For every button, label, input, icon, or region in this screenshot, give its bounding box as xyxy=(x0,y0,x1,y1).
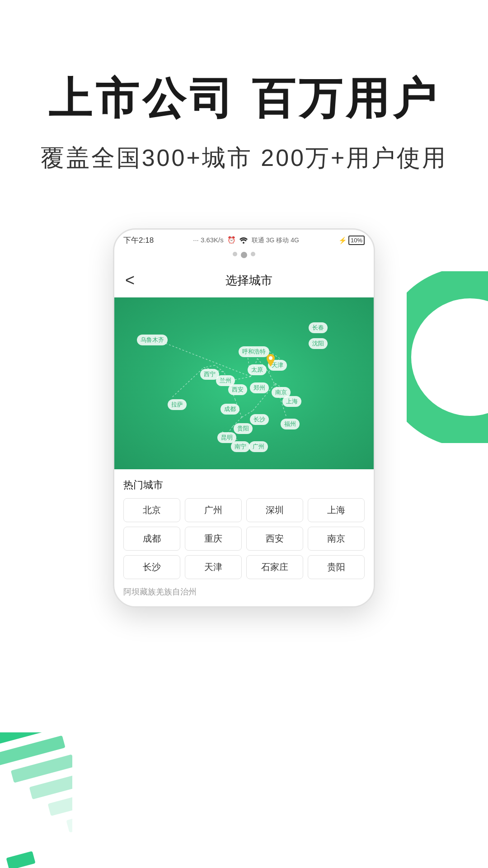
wifi-icon xyxy=(239,237,248,244)
map-city-huhhot[interactable]: 呼和浩特 xyxy=(239,346,269,357)
map-city-shanghai[interactable]: 上海 xyxy=(282,396,301,407)
map-city-chengdu[interactable]: 成都 xyxy=(221,404,239,415)
map-city-urumqi[interactable]: 乌鲁木齐 xyxy=(137,335,168,345)
city-beijing[interactable]: 北京 xyxy=(123,498,180,522)
city-grid: 北京 广州 深圳 上海 成都 重庆 西安 南京 长沙 天津 石家庄 贵阳 xyxy=(123,498,365,579)
location-pin xyxy=(266,354,276,368)
map-city-changsha[interactable]: 长沙 xyxy=(250,414,269,425)
phone-frame: 下午2:18 ··· 3.63K/s ⏰ 联通 3G 移动 4G ⚡ 10% < xyxy=(113,228,375,608)
map-city-changchun[interactable]: 长春 xyxy=(309,322,328,333)
hero-section: 上市公司 百万用户 覆盖全国300+城市 200万+用户使用 xyxy=(0,0,488,201)
city-shijiazhuang[interactable]: 石家庄 xyxy=(246,555,303,579)
deco-ring xyxy=(407,271,488,443)
stripe-container xyxy=(0,732,72,868)
map-city-nanning[interactable]: 南宁 xyxy=(231,441,250,452)
status-speed: ··· 3.63K/s ⏰ 联通 3G 移动 4G xyxy=(193,236,299,245)
stripe-6 xyxy=(66,811,72,833)
map-city-taiyuan[interactable]: 太原 xyxy=(248,364,267,375)
status-battery: ⚡ 10% xyxy=(338,236,365,245)
city-xian[interactable]: 西安 xyxy=(246,527,303,551)
city-chongqing[interactable]: 重庆 xyxy=(185,527,242,551)
hot-cities-section: 热门城市 北京 广州 深圳 上海 成都 重庆 西安 南京 长沙 天津 石家庄 贵… xyxy=(114,469,374,606)
city-guangzhou[interactable]: 广州 xyxy=(185,498,242,522)
notch-dots xyxy=(233,252,255,258)
stripe-7 xyxy=(6,851,35,868)
status-time: 下午2:18 xyxy=(123,235,154,245)
stripe-5 xyxy=(48,792,72,816)
right-deco-decoration xyxy=(407,271,488,443)
map-city-guiyang[interactable]: 贵阳 xyxy=(234,423,253,434)
phone-top-area xyxy=(114,249,374,264)
bottom-deco-stripes xyxy=(0,732,72,868)
city-shenzhen[interactable]: 深圳 xyxy=(246,498,303,522)
hot-cities-title: 热门城市 xyxy=(123,478,365,492)
nav-title: 选择城市 xyxy=(135,273,363,288)
stripe-4 xyxy=(29,773,72,799)
map-city-zhengzhou[interactable]: 郑州 xyxy=(250,382,269,393)
phone-status-bar: 下午2:18 ··· 3.63K/s ⏰ 联通 3G 移动 4G ⚡ 10% xyxy=(114,230,374,249)
city-changsha[interactable]: 长沙 xyxy=(123,555,180,579)
city-footer-text: 阿坝藏族羌族自治州 xyxy=(123,586,365,597)
svg-line-12 xyxy=(204,365,215,368)
notch-dot-1 xyxy=(233,252,237,256)
phone-nav-bar: < 选择城市 xyxy=(114,264,374,297)
map-city-shenyang[interactable]: 沈阳 xyxy=(309,338,328,349)
map-city-lhasa[interactable]: 拉萨 xyxy=(168,399,187,410)
city-nanjing[interactable]: 南京 xyxy=(308,527,365,551)
hero-title: 上市公司 百万用户 xyxy=(36,72,452,124)
svg-line-23 xyxy=(173,368,204,397)
notch-dot-2 xyxy=(251,252,255,256)
notch-camera xyxy=(241,252,247,258)
city-tianjin[interactable]: 天津 xyxy=(185,555,242,579)
map-city-fuzhou[interactable]: 福州 xyxy=(281,419,300,429)
svg-point-25 xyxy=(269,356,272,360)
map-city-guangzhou[interactable]: 广州 xyxy=(249,441,268,452)
svg-line-4 xyxy=(268,372,275,386)
city-map[interactable]: 乌鲁木齐 长春 沈阳 呼和浩特 太原 天津 西宁 兰州 西安 郑州 南京 上海 … xyxy=(114,297,374,469)
city-shanghai[interactable]: 上海 xyxy=(308,498,365,522)
map-city-xian[interactable]: 西安 xyxy=(228,384,247,395)
svg-point-0 xyxy=(243,242,244,244)
hero-subtitle: 覆盖全国300+城市 200万+用户使用 xyxy=(36,142,452,174)
city-chengdu[interactable]: 成都 xyxy=(123,527,180,551)
nav-back-button[interactable]: < xyxy=(125,271,135,290)
city-guiyang[interactable]: 贵阳 xyxy=(308,555,365,579)
